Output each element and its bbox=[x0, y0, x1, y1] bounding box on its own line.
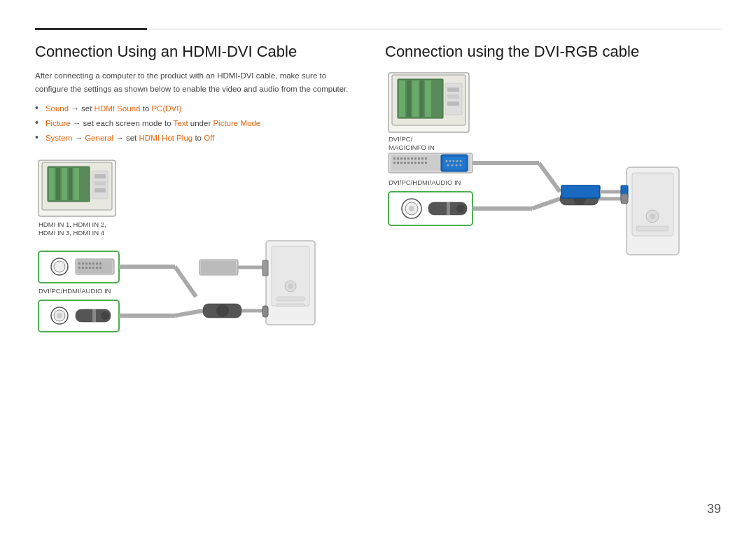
pcdvi-link: PC(DVI) bbox=[151, 104, 181, 113]
svg-text:HDMI IN 1, HDMI IN 2,: HDMI IN 1, HDMI IN 2, bbox=[38, 220, 106, 228]
svg-line-118 bbox=[532, 199, 560, 209]
page-number: 39 bbox=[707, 502, 721, 517]
svg-rect-26 bbox=[78, 267, 80, 269]
svg-rect-70 bbox=[447, 94, 459, 99]
left-diagram-svg: HDMI IN 1, HDMI IN 2, HDMI IN 3, HDMI IN… bbox=[35, 157, 329, 353]
svg-rect-86 bbox=[393, 162, 396, 164]
svg-rect-76 bbox=[393, 157, 396, 160]
svg-rect-4 bbox=[56, 168, 60, 200]
svg-rect-30 bbox=[92, 267, 94, 269]
svg-point-100 bbox=[453, 160, 455, 162]
svg-rect-5 bbox=[62, 168, 67, 200]
svg-rect-129 bbox=[636, 226, 668, 231]
svg-rect-84 bbox=[421, 157, 424, 160]
right-section-title: Connection using the DVI-RGB cable bbox=[385, 43, 721, 61]
svg-rect-20 bbox=[82, 262, 84, 265]
svg-point-128 bbox=[650, 213, 655, 219]
svg-rect-81 bbox=[411, 157, 413, 160]
sound-link: Sound bbox=[46, 104, 69, 113]
right-diagram-svg: DVI/PC/ MAGICINFO IN bbox=[385, 69, 707, 279]
svg-rect-24 bbox=[96, 262, 98, 265]
svg-text:DVI/PC/HDMI/AUDIO IN: DVI/PC/HDMI/AUDIO IN bbox=[38, 287, 111, 295]
svg-rect-31 bbox=[96, 267, 98, 269]
svg-rect-29 bbox=[89, 267, 91, 269]
general-link: General bbox=[85, 134, 113, 142]
hdmi-sound-link: HDMI Sound bbox=[94, 104, 141, 113]
svg-rect-71 bbox=[447, 101, 459, 106]
svg-rect-94 bbox=[421, 162, 424, 164]
svg-point-106 bbox=[460, 164, 462, 167]
system-link: System bbox=[46, 134, 72, 142]
svg-line-108 bbox=[539, 163, 560, 192]
bullet-list: Sound → set HDMI Sound to PC(DVI) Pictur… bbox=[35, 102, 357, 143]
svg-rect-3 bbox=[49, 168, 55, 200]
svg-point-55 bbox=[288, 283, 293, 289]
svg-rect-11 bbox=[94, 188, 106, 192]
svg-rect-65 bbox=[412, 80, 419, 117]
picture-mode-link: Picture Mode bbox=[213, 119, 260, 127]
svg-rect-95 bbox=[425, 162, 427, 164]
svg-rect-123 bbox=[561, 185, 600, 198]
svg-rect-57 bbox=[276, 304, 304, 307]
svg-rect-97 bbox=[443, 157, 465, 169]
bullet-item-1: Sound → set HDMI Sound to PC(DVI) bbox=[35, 102, 357, 113]
left-column: Connection Using an HDMI-DVI Cable After… bbox=[35, 43, 357, 355]
svg-rect-66 bbox=[420, 80, 424, 117]
svg-point-102 bbox=[460, 160, 462, 162]
top-line-light bbox=[147, 29, 721, 29]
svg-rect-77 bbox=[397, 157, 399, 160]
off-link: Off bbox=[204, 134, 214, 142]
svg-rect-82 bbox=[414, 157, 416, 160]
svg-rect-89 bbox=[404, 162, 406, 164]
bullet-item-2: Picture → set each screen mode to Text u… bbox=[35, 117, 357, 128]
svg-rect-93 bbox=[418, 162, 420, 164]
svg-text:MAGICINFO IN: MAGICINFO IN bbox=[388, 143, 435, 151]
svg-point-46 bbox=[216, 304, 229, 317]
svg-point-99 bbox=[449, 160, 451, 162]
svg-rect-87 bbox=[397, 162, 399, 164]
svg-rect-21 bbox=[85, 262, 88, 265]
text-link: Text bbox=[174, 119, 188, 127]
two-columns: Connection Using an HDMI-DVI Cable After… bbox=[35, 43, 721, 355]
svg-rect-83 bbox=[418, 157, 420, 160]
svg-rect-9 bbox=[94, 174, 106, 178]
svg-rect-116 bbox=[456, 204, 465, 213]
svg-rect-58 bbox=[262, 260, 268, 276]
svg-point-101 bbox=[456, 160, 458, 162]
top-decorative-lines bbox=[35, 28, 721, 30]
svg-rect-40 bbox=[101, 311, 109, 320]
svg-text:HDMI IN 3, HDMI IN 4: HDMI IN 3, HDMI IN 4 bbox=[38, 229, 104, 237]
svg-rect-67 bbox=[425, 80, 431, 117]
svg-rect-88 bbox=[400, 162, 402, 164]
left-section-description: After connecting a computer to the produ… bbox=[35, 69, 357, 95]
svg-rect-131 bbox=[621, 194, 628, 204]
svg-point-113 bbox=[409, 206, 414, 211]
svg-rect-90 bbox=[407, 162, 410, 164]
bullet-item-3: System → General → set HDMI Hot Plug to … bbox=[35, 132, 357, 143]
svg-rect-25 bbox=[99, 262, 102, 265]
top-line-dark bbox=[35, 28, 147, 30]
svg-point-105 bbox=[456, 164, 458, 167]
svg-text:DVI/PC/HDMI/AUDIO IN: DVI/PC/HDMI/AUDIO IN bbox=[388, 178, 461, 186]
left-section-title: Connection Using an HDMI-DVI Cable bbox=[35, 43, 357, 61]
svg-rect-22 bbox=[89, 262, 91, 265]
svg-rect-27 bbox=[82, 267, 84, 269]
svg-line-42 bbox=[175, 267, 196, 297]
svg-rect-19 bbox=[78, 262, 80, 265]
svg-rect-80 bbox=[407, 157, 410, 160]
right-column: Connection using the DVI-RGB cable bbox=[385, 43, 721, 355]
svg-rect-79 bbox=[404, 157, 406, 160]
svg-point-104 bbox=[451, 164, 454, 167]
left-diagram: HDMI IN 1, HDMI IN 2, HDMI IN 3, HDMI IN… bbox=[35, 157, 357, 355]
svg-rect-7 bbox=[74, 168, 79, 200]
svg-rect-69 bbox=[447, 87, 459, 92]
page-container: Connection Using an HDMI-DVI Cable After… bbox=[0, 0, 756, 534]
svg-rect-56 bbox=[276, 297, 304, 301]
svg-point-98 bbox=[446, 160, 448, 162]
svg-rect-32 bbox=[99, 267, 102, 269]
svg-rect-28 bbox=[85, 267, 88, 269]
svg-rect-59 bbox=[262, 306, 268, 317]
svg-rect-91 bbox=[411, 162, 413, 164]
svg-point-103 bbox=[447, 164, 449, 167]
right-diagram: DVI/PC/ MAGICINFO IN bbox=[385, 69, 721, 281]
